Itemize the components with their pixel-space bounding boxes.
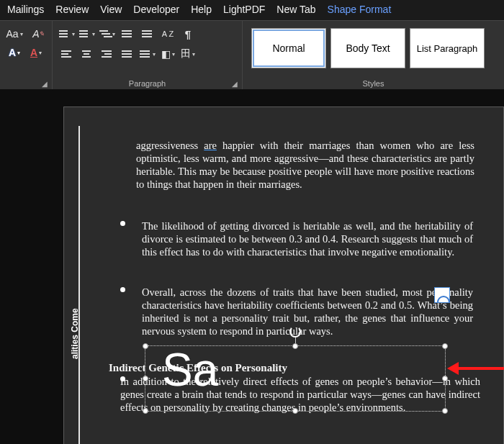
sort-icon: A Z — [162, 31, 174, 37]
menu-lightpdf[interactable]: LightPDF — [223, 4, 265, 15]
change-case-button[interactable]: Aa — [6, 25, 23, 42]
resize-handle[interactable] — [442, 376, 448, 381]
styles-group-label: Styles — [248, 78, 498, 88]
style-list-paragraph[interactable]: List Paragraph — [410, 28, 485, 68]
page[interactable]: alities Come aggressiveness are happier … — [63, 107, 504, 444]
resize-handle[interactable] — [442, 408, 448, 414]
textbox-selection[interactable] — [145, 345, 446, 412]
font-color-icon: A — [30, 47, 37, 58]
resize-handle[interactable] — [143, 408, 148, 414]
paragraph-dialog-launcher-icon[interactable]: ◢ — [230, 79, 239, 88]
paragraph-group-label: Paragraph — [58, 78, 236, 88]
sort-button[interactable]: A Z — [159, 25, 176, 42]
borders-button[interactable]: 田 — [179, 45, 197, 63]
numbering-button[interactable] — [78, 25, 96, 42]
style-normal[interactable]: Normal — [251, 28, 326, 68]
justify-button[interactable] — [119, 45, 136, 63]
ribbon-group-font: Aa A▾ A✎ A ◢ — [0, 21, 52, 89]
page-left-rule — [78, 126, 80, 444]
line-spacing-button[interactable] — [139, 45, 156, 63]
resize-handle[interactable] — [292, 343, 298, 349]
resize-handle[interactable] — [442, 343, 448, 349]
menu-developer[interactable]: Developer — [133, 4, 179, 15]
shading-button[interactable]: ◧ — [159, 45, 176, 63]
bullet-icon — [120, 376, 125, 381]
rotate-handle-icon[interactable] — [289, 326, 301, 337]
style-body-text[interactable]: Body Text — [330, 28, 405, 68]
align-left-button[interactable] — [58, 45, 76, 63]
spellcheck-underline: are — [204, 140, 217, 151]
bullet-icon — [120, 287, 125, 292]
align-center-icon — [81, 50, 93, 58]
clear-formatting-icon: A✎ — [32, 28, 39, 40]
decrease-indent-button[interactable] — [119, 25, 136, 42]
document-area[interactable]: alities Come aggressiveness are happier … — [0, 89, 504, 444]
layout-options-icon[interactable] — [434, 287, 450, 303]
bullets-button[interactable] — [58, 25, 76, 42]
side-vertical-label: alities Come — [70, 308, 80, 359]
multilevel-button[interactable] — [99, 25, 116, 42]
align-center-button[interactable] — [78, 45, 96, 63]
bullet-icon — [120, 221, 125, 226]
ribbon: Aa A▾ A✎ A ◢ A Z ¶ — [0, 20, 504, 89]
font-color-button[interactable]: A — [27, 44, 45, 61]
menu-review[interactable]: Review — [55, 4, 89, 15]
font-dialog-launcher-icon[interactable]: ◢ — [40, 79, 49, 88]
menubar: Mailings Review View Developer Help Ligh… — [0, 0, 504, 20]
multilevel-icon — [99, 30, 111, 38]
resize-handle[interactable] — [143, 343, 148, 349]
line-spacing-icon — [140, 50, 151, 58]
menu-help[interactable]: Help — [191, 4, 212, 15]
bullets-icon — [59, 30, 71, 38]
menu-shapeformat[interactable]: Shape Format — [328, 4, 392, 15]
ribbon-group-styles: Normal Body Text List Paragraph Styles — [242, 21, 504, 89]
decrease-indent-icon — [122, 30, 133, 38]
numbering-icon — [79, 30, 91, 38]
ribbon-group-paragraph: A Z ¶ ◧ 田 Paragraph ◢ — [52, 21, 242, 89]
increase-indent-icon — [142, 30, 153, 38]
annotation-arrow — [444, 363, 504, 374]
arrow-line-icon — [457, 367, 504, 370]
text-effects-icon: A — [9, 47, 16, 58]
increase-indent-button[interactable] — [139, 25, 156, 42]
show-marks-button[interactable]: ¶ — [179, 25, 197, 42]
align-right-icon — [102, 50, 113, 58]
menu-mailings[interactable]: Mailings — [7, 4, 44, 15]
bullet-item-1: The likelihood of getting divorced is he… — [120, 219, 480, 258]
body-paragraph: aggressiveness are happier with their ma… — [136, 139, 474, 191]
clear-formatting-button[interactable]: A✎ — [27, 25, 45, 42]
resize-handle[interactable] — [143, 376, 148, 381]
align-left-icon — [61, 50, 73, 58]
borders-icon: 田 — [181, 47, 191, 60]
justify-icon — [122, 50, 133, 58]
menu-newtab[interactable]: New Tab — [276, 4, 315, 15]
text-effects-button[interactable]: A▾ — [6, 44, 23, 61]
resize-handle[interactable] — [292, 408, 298, 414]
menu-view[interactable]: View — [100, 4, 122, 15]
shading-icon: ◧ — [161, 48, 171, 60]
align-right-button[interactable] — [99, 45, 116, 63]
